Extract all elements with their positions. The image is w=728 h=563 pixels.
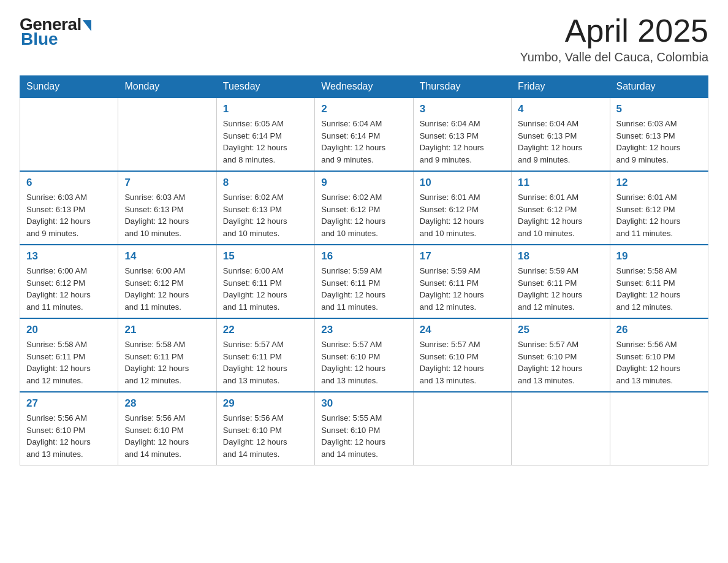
calendar-cell: 9Sunrise: 6:02 AM Sunset: 6:12 PM Daylig…	[315, 171, 413, 245]
day-info: Sunrise: 6:02 AM Sunset: 6:13 PM Dayligh…	[223, 191, 308, 239]
calendar-cell	[413, 392, 511, 465]
day-number: 4	[518, 103, 603, 115]
weekday-header: Thursday	[413, 76, 511, 98]
day-info: Sunrise: 6:05 AM Sunset: 6:14 PM Dayligh…	[223, 118, 308, 166]
calendar-cell: 21Sunrise: 5:58 AM Sunset: 6:11 PM Dayli…	[118, 318, 216, 392]
calendar-cell: 7Sunrise: 6:03 AM Sunset: 6:13 PM Daylig…	[118, 171, 216, 245]
calendar-cell: 11Sunrise: 6:01 AM Sunset: 6:12 PM Dayli…	[512, 171, 610, 245]
day-number: 26	[616, 324, 702, 336]
calendar-cell: 26Sunrise: 5:56 AM Sunset: 6:10 PM Dayli…	[610, 318, 708, 392]
day-number: 11	[518, 177, 603, 189]
day-info: Sunrise: 5:55 AM Sunset: 6:10 PM Dayligh…	[321, 412, 406, 460]
calendar-cell	[118, 98, 216, 171]
calendar-cell	[610, 392, 708, 465]
day-info: Sunrise: 5:58 AM Sunset: 6:11 PM Dayligh…	[124, 339, 210, 386]
calendar-cell: 16Sunrise: 5:59 AM Sunset: 6:11 PM Dayli…	[315, 245, 413, 318]
day-info: Sunrise: 5:57 AM Sunset: 6:10 PM Dayligh…	[420, 339, 505, 386]
calendar-week-row: 6Sunrise: 6:03 AM Sunset: 6:13 PM Daylig…	[20, 171, 708, 245]
day-number: 25	[518, 324, 603, 336]
calendar-week-row: 20Sunrise: 5:58 AM Sunset: 6:11 PM Dayli…	[20, 318, 708, 392]
logo-blue-text: Blue	[21, 29, 58, 49]
day-number: 15	[223, 250, 308, 262]
calendar-cell: 14Sunrise: 6:00 AM Sunset: 6:12 PM Dayli…	[118, 245, 216, 318]
day-info: Sunrise: 5:57 AM Sunset: 6:10 PM Dayligh…	[321, 339, 406, 386]
calendar-cell: 1Sunrise: 6:05 AM Sunset: 6:14 PM Daylig…	[216, 98, 314, 171]
month-title: April 2025	[520, 15, 708, 47]
day-number: 18	[518, 250, 603, 262]
day-info: Sunrise: 5:59 AM Sunset: 6:11 PM Dayligh…	[518, 265, 603, 313]
weekday-header: Saturday	[610, 76, 708, 98]
day-info: Sunrise: 5:56 AM Sunset: 6:10 PM Dayligh…	[223, 412, 308, 460]
calendar-cell: 19Sunrise: 5:58 AM Sunset: 6:11 PM Dayli…	[610, 245, 708, 318]
day-info: Sunrise: 5:57 AM Sunset: 6:11 PM Dayligh…	[223, 339, 308, 386]
day-number: 13	[26, 250, 112, 262]
calendar-week-row: 13Sunrise: 6:00 AM Sunset: 6:12 PM Dayli…	[20, 245, 708, 318]
calendar-cell	[20, 98, 118, 171]
day-number: 22	[223, 324, 308, 336]
calendar-cell: 4Sunrise: 6:04 AM Sunset: 6:13 PM Daylig…	[512, 98, 610, 171]
weekday-header: Wednesday	[315, 76, 413, 98]
calendar-cell: 6Sunrise: 6:03 AM Sunset: 6:13 PM Daylig…	[20, 171, 118, 245]
day-number: 7	[124, 177, 210, 189]
day-number: 12	[616, 177, 702, 189]
weekday-header: Monday	[118, 76, 216, 98]
day-number: 6	[26, 177, 112, 189]
calendar-table: SundayMondayTuesdayWednesdayThursdayFrid…	[20, 75, 708, 465]
calendar-cell: 28Sunrise: 5:56 AM Sunset: 6:10 PM Dayli…	[118, 392, 216, 465]
day-number: 28	[124, 397, 210, 410]
day-number: 21	[124, 324, 210, 336]
day-info: Sunrise: 6:04 AM Sunset: 6:14 PM Dayligh…	[321, 118, 406, 166]
weekday-header-row: SundayMondayTuesdayWednesdayThursdayFrid…	[20, 76, 708, 98]
day-info: Sunrise: 5:58 AM Sunset: 6:11 PM Dayligh…	[26, 339, 112, 386]
day-info: Sunrise: 6:02 AM Sunset: 6:12 PM Dayligh…	[321, 191, 406, 239]
day-number: 24	[420, 324, 505, 336]
calendar-cell: 22Sunrise: 5:57 AM Sunset: 6:11 PM Dayli…	[216, 318, 314, 392]
day-info: Sunrise: 6:04 AM Sunset: 6:13 PM Dayligh…	[420, 118, 505, 166]
day-number: 10	[420, 177, 505, 189]
day-info: Sunrise: 6:01 AM Sunset: 6:12 PM Dayligh…	[420, 191, 505, 239]
day-number: 20	[26, 324, 112, 336]
logo: General Blue	[20, 15, 91, 49]
calendar-cell: 15Sunrise: 6:00 AM Sunset: 6:11 PM Dayli…	[216, 245, 314, 318]
calendar-cell: 10Sunrise: 6:01 AM Sunset: 6:12 PM Dayli…	[413, 171, 511, 245]
calendar-cell: 5Sunrise: 6:03 AM Sunset: 6:13 PM Daylig…	[610, 98, 708, 171]
calendar-cell: 20Sunrise: 5:58 AM Sunset: 6:11 PM Dayli…	[20, 318, 118, 392]
page-header: General Blue April 2025 Yumbo, Valle del…	[20, 15, 708, 64]
weekday-header: Tuesday	[216, 76, 314, 98]
day-number: 23	[321, 324, 406, 336]
day-number: 19	[616, 250, 702, 262]
calendar-cell: 12Sunrise: 6:01 AM Sunset: 6:12 PM Dayli…	[610, 171, 708, 245]
day-info: Sunrise: 6:01 AM Sunset: 6:12 PM Dayligh…	[616, 191, 702, 239]
calendar-cell: 2Sunrise: 6:04 AM Sunset: 6:14 PM Daylig…	[315, 98, 413, 171]
day-info: Sunrise: 6:03 AM Sunset: 6:13 PM Dayligh…	[124, 191, 210, 239]
calendar-cell: 27Sunrise: 5:56 AM Sunset: 6:10 PM Dayli…	[20, 392, 118, 465]
header-info: April 2025 Yumbo, Valle del Cauca, Colom…	[520, 15, 708, 64]
calendar-cell: 8Sunrise: 6:02 AM Sunset: 6:13 PM Daylig…	[216, 171, 314, 245]
calendar-cell: 29Sunrise: 5:56 AM Sunset: 6:10 PM Dayli…	[216, 392, 314, 465]
day-info: Sunrise: 6:03 AM Sunset: 6:13 PM Dayligh…	[616, 118, 702, 166]
calendar-week-row: 27Sunrise: 5:56 AM Sunset: 6:10 PM Dayli…	[20, 392, 708, 465]
day-info: Sunrise: 6:04 AM Sunset: 6:13 PM Dayligh…	[518, 118, 603, 166]
day-number: 5	[616, 103, 702, 115]
calendar-cell: 18Sunrise: 5:59 AM Sunset: 6:11 PM Dayli…	[512, 245, 610, 318]
day-info: Sunrise: 6:00 AM Sunset: 6:12 PM Dayligh…	[26, 265, 112, 313]
calendar-cell	[512, 392, 610, 465]
calendar-cell: 24Sunrise: 5:57 AM Sunset: 6:10 PM Dayli…	[413, 318, 511, 392]
day-number: 29	[223, 397, 308, 410]
day-info: Sunrise: 5:56 AM Sunset: 6:10 PM Dayligh…	[616, 339, 702, 386]
day-info: Sunrise: 5:58 AM Sunset: 6:11 PM Dayligh…	[616, 265, 702, 313]
logo-arrow-icon	[83, 20, 91, 31]
day-number: 9	[321, 177, 406, 189]
day-info: Sunrise: 5:57 AM Sunset: 6:10 PM Dayligh…	[518, 339, 603, 386]
day-number: 8	[223, 177, 308, 189]
day-info: Sunrise: 5:56 AM Sunset: 6:10 PM Dayligh…	[124, 412, 210, 460]
day-info: Sunrise: 6:01 AM Sunset: 6:12 PM Dayligh…	[518, 191, 603, 239]
day-info: Sunrise: 6:00 AM Sunset: 6:11 PM Dayligh…	[223, 265, 308, 313]
weekday-header: Friday	[512, 76, 610, 98]
day-info: Sunrise: 6:03 AM Sunset: 6:13 PM Dayligh…	[26, 191, 112, 239]
day-number: 14	[124, 250, 210, 262]
day-number: 3	[420, 103, 505, 115]
day-number: 30	[321, 397, 406, 410]
calendar-cell: 25Sunrise: 5:57 AM Sunset: 6:10 PM Dayli…	[512, 318, 610, 392]
calendar-week-row: 1Sunrise: 6:05 AM Sunset: 6:14 PM Daylig…	[20, 98, 708, 171]
